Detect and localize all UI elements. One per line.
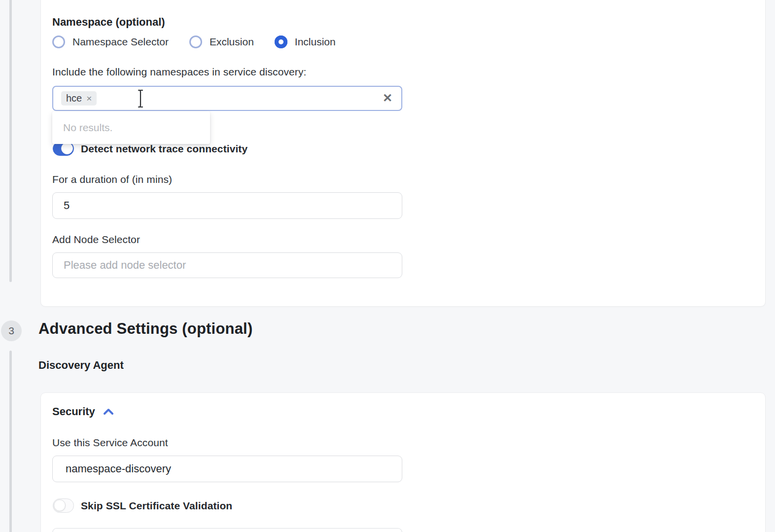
step-number-badge: 3 <box>1 320 22 341</box>
duration-input[interactable] <box>52 192 402 219</box>
discovery-settings-form: { "stepper": { "step_number": "3" }, "na… <box>0 0 775 532</box>
namespace-mode-radio-group: Namespace Selector Exclusion Inclusion <box>52 35 356 48</box>
skip-ssl-label: Skip SSL Certificate Validation <box>81 500 232 512</box>
radio-circle-icon <box>189 35 202 48</box>
no-results-text: No results. <box>63 122 112 134</box>
stepper-rail-upper <box>9 0 12 282</box>
namespace-multiselect-input[interactable]: hce × ✕ <box>52 86 402 111</box>
radio-label: Namespace Selector <box>72 36 169 48</box>
tag-remove-icon[interactable]: × <box>86 94 92 103</box>
namespace-tag-label: hce <box>66 93 82 104</box>
service-account-label: Use this Service Account <box>52 437 168 449</box>
service-account-input[interactable] <box>52 456 402 482</box>
clear-input-icon[interactable]: ✕ <box>383 92 392 105</box>
node-selector-label: Add Node Selector <box>52 234 140 246</box>
skip-ssl-row: Skip SSL Certificate Validation <box>53 498 232 513</box>
stepper-rail-lower <box>9 351 12 532</box>
security-section-header[interactable]: Security <box>52 405 114 418</box>
next-field-cutoff-input[interactable] <box>52 528 402 532</box>
radio-exclusion[interactable]: Exclusion <box>189 35 254 48</box>
radio-circle-icon <box>52 35 65 48</box>
toggle-knob <box>54 499 66 511</box>
duration-label: For a duration of (in mins) <box>52 174 172 185</box>
namespace-suggestions-dropdown: No results. <box>52 111 210 144</box>
include-namespaces-label: Include the following namespaces in serv… <box>52 66 307 78</box>
toggle-knob <box>61 142 73 154</box>
text-cursor-icon <box>137 89 144 108</box>
skip-ssl-toggle[interactable] <box>53 498 74 513</box>
advanced-settings-title: Advanced Settings (optional) <box>38 320 252 338</box>
radio-inclusion[interactable]: Inclusion <box>275 35 336 48</box>
chevron-up-icon <box>103 408 114 415</box>
detect-network-trace-label: Detect network trace connectivity <box>81 143 247 155</box>
namespace-tag: hce × <box>61 91 97 106</box>
namespace-section-title: Namespace (optional) <box>52 16 165 29</box>
security-title: Security <box>52 405 95 418</box>
node-selector-input[interactable] <box>52 252 402 278</box>
radio-label: Exclusion <box>210 36 254 48</box>
discovery-agent-subtitle: Discovery Agent <box>38 359 124 372</box>
radio-circle-icon <box>275 35 287 48</box>
radio-label: Inclusion <box>295 36 336 48</box>
radio-namespace-selector[interactable]: Namespace Selector <box>52 35 169 48</box>
